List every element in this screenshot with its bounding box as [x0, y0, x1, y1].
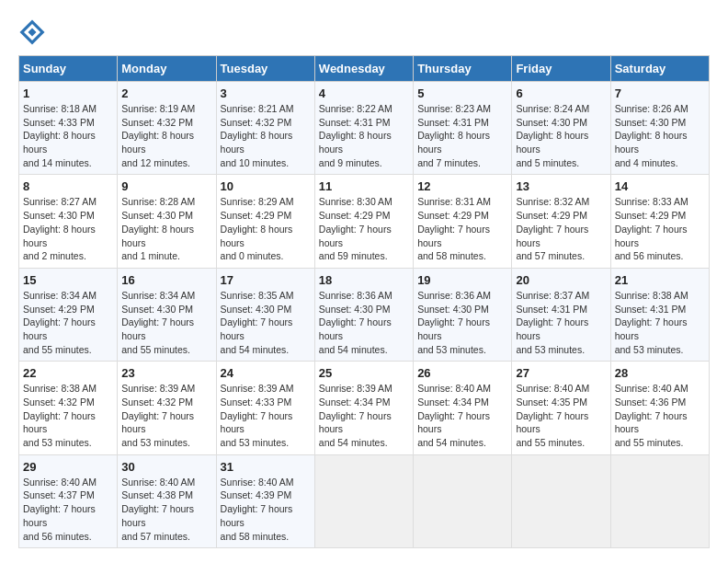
- day-number: 26: [417, 366, 507, 380]
- calendar-cell: [610, 454, 709, 547]
- calendar-cell: [414, 454, 512, 547]
- day-info: Sunrise: 8:22 AM Sunset: 4:31 PM Dayligh…: [319, 102, 409, 169]
- daylight-label: Daylight: 7 hours hours: [23, 316, 96, 341]
- calendar-cell: 11 Sunrise: 8:30 AM Sunset: 4:29 PM Dayl…: [314, 175, 413, 268]
- daylight-value: and 54 minutes.: [319, 344, 388, 355]
- daylight-label: Daylight: 8 hours hours: [615, 130, 688, 155]
- sunrise-label: Sunrise: 8:38 AM: [615, 290, 688, 301]
- calendar-cell: 27 Sunrise: 8:40 AM Sunset: 4:35 PM Dayl…: [512, 362, 610, 454]
- day-number: 9: [121, 179, 211, 193]
- sunset-label: Sunset: 4:30 PM: [516, 117, 587, 128]
- daylight-value: and 4 minutes.: [615, 157, 678, 168]
- day-number: 2: [121, 86, 211, 100]
- sunset-label: Sunset: 4:32 PM: [121, 117, 193, 128]
- daylight-label: Daylight: 8 hours hours: [221, 130, 293, 155]
- day-info: Sunrise: 8:37 AM Sunset: 4:31 PM Dayligh…: [516, 289, 606, 356]
- daylight-label: Daylight: 7 hours hours: [417, 316, 490, 341]
- sunrise-label: Sunrise: 8:21 AM: [221, 103, 294, 114]
- day-info: Sunrise: 8:23 AM Sunset: 4:31 PM Dayligh…: [417, 102, 507, 169]
- daylight-value: and 2 minutes.: [23, 250, 86, 261]
- sunset-label: Sunset: 4:32 PM: [121, 396, 193, 408]
- sunset-label: Sunset: 4:30 PM: [221, 304, 292, 315]
- calendar-body: 1 Sunrise: 8:18 AM Sunset: 4:33 PM Dayli…: [19, 82, 710, 548]
- weekday-header-friday: Friday: [512, 56, 610, 82]
- sunset-label: Sunset: 4:29 PM: [615, 210, 687, 221]
- day-info: Sunrise: 8:34 AM Sunset: 4:30 PM Dayligh…: [121, 289, 211, 356]
- sunset-label: Sunset: 4:29 PM: [319, 210, 391, 221]
- day-info: Sunrise: 8:31 AM Sunset: 4:29 PM Dayligh…: [417, 195, 507, 262]
- day-info: Sunrise: 8:27 AM Sunset: 4:30 PM Dayligh…: [23, 195, 113, 262]
- weekday-header-monday: Monday: [118, 56, 216, 82]
- day-number: 8: [23, 179, 113, 193]
- day-number: 29: [23, 460, 113, 474]
- calendar-cell: [512, 454, 610, 547]
- day-number: 14: [615, 179, 705, 193]
- day-number: 13: [516, 179, 606, 193]
- calendar-cell: 16 Sunrise: 8:34 AM Sunset: 4:30 PM Dayl…: [118, 268, 216, 361]
- sunset-label: Sunset: 4:31 PM: [319, 117, 391, 128]
- daylight-value: and 56 minutes.: [615, 250, 684, 261]
- day-info: Sunrise: 8:40 AM Sunset: 4:38 PM Dayligh…: [121, 476, 211, 543]
- daylight-value: and 5 minutes.: [516, 157, 579, 168]
- calendar-week-2: 8 Sunrise: 8:27 AM Sunset: 4:30 PM Dayli…: [19, 175, 710, 268]
- daylight-value: and 59 minutes.: [319, 250, 388, 261]
- daylight-label: Daylight: 8 hours hours: [121, 130, 194, 155]
- daylight-value: and 53 minutes.: [516, 344, 585, 355]
- calendar-cell: 29 Sunrise: 8:40 AM Sunset: 4:37 PM Dayl…: [19, 454, 118, 547]
- daylight-value: and 12 minutes.: [121, 157, 190, 168]
- daylight-value: and 54 minutes.: [319, 437, 388, 448]
- sunrise-label: Sunrise: 8:40 AM: [417, 383, 491, 394]
- weekday-header-thursday: Thursday: [414, 56, 512, 82]
- day-number: 20: [516, 273, 606, 287]
- sunrise-label: Sunrise: 8:28 AM: [121, 196, 195, 207]
- day-number: 24: [221, 366, 311, 380]
- calendar-cell: 6 Sunrise: 8:24 AM Sunset: 4:30 PM Dayli…: [512, 82, 610, 175]
- sunrise-label: Sunrise: 8:35 AM: [221, 290, 294, 301]
- daylight-label: Daylight: 7 hours hours: [221, 316, 293, 341]
- sunrise-label: Sunrise: 8:34 AM: [121, 290, 195, 301]
- daylight-value: and 9 minutes.: [319, 157, 382, 168]
- daylight-value: and 53 minutes.: [615, 344, 684, 355]
- sunrise-label: Sunrise: 8:40 AM: [615, 383, 688, 394]
- daylight-value: and 0 minutes.: [221, 250, 284, 261]
- logo-icon: [18, 18, 46, 46]
- sunrise-label: Sunrise: 8:32 AM: [516, 196, 589, 207]
- sunrise-label: Sunrise: 8:31 AM: [417, 196, 491, 207]
- daylight-label: Daylight: 7 hours hours: [121, 410, 194, 435]
- day-number: 21: [615, 273, 705, 287]
- daylight-label: Daylight: 7 hours hours: [319, 316, 392, 341]
- day-info: Sunrise: 8:34 AM Sunset: 4:29 PM Dayligh…: [23, 289, 113, 356]
- sunset-label: Sunset: 4:31 PM: [516, 304, 587, 315]
- day-info: Sunrise: 8:19 AM Sunset: 4:32 PM Dayligh…: [121, 102, 211, 169]
- day-number: 25: [319, 366, 409, 380]
- day-info: Sunrise: 8:38 AM Sunset: 4:31 PM Dayligh…: [615, 289, 705, 356]
- day-info: Sunrise: 8:36 AM Sunset: 4:30 PM Dayligh…: [319, 289, 409, 356]
- sunrise-label: Sunrise: 8:22 AM: [319, 103, 392, 114]
- calendar-header: SundayMondayTuesdayWednesdayThursdayFrid…: [19, 56, 710, 82]
- daylight-label: Daylight: 8 hours hours: [319, 130, 392, 155]
- calendar-cell: 10 Sunrise: 8:29 AM Sunset: 4:29 PM Dayl…: [216, 175, 314, 268]
- day-number: 10: [221, 179, 311, 193]
- daylight-value: and 14 minutes.: [23, 157, 92, 168]
- daylight-value: and 53 minutes.: [23, 437, 92, 448]
- sunrise-label: Sunrise: 8:39 AM: [221, 383, 294, 394]
- daylight-value: and 57 minutes.: [121, 531, 190, 542]
- sunset-label: Sunset: 4:33 PM: [221, 396, 292, 408]
- daylight-label: Daylight: 8 hours hours: [121, 224, 194, 248]
- weekday-header-wednesday: Wednesday: [314, 56, 413, 82]
- day-info: Sunrise: 8:32 AM Sunset: 4:29 PM Dayligh…: [516, 195, 606, 262]
- sunset-label: Sunset: 4:31 PM: [615, 304, 687, 315]
- sunset-label: Sunset: 4:34 PM: [417, 396, 489, 408]
- sunrise-label: Sunrise: 8:24 AM: [516, 103, 589, 114]
- sunrise-label: Sunrise: 8:33 AM: [615, 196, 688, 207]
- daylight-label: Daylight: 8 hours hours: [23, 224, 96, 248]
- day-info: Sunrise: 8:26 AM Sunset: 4:30 PM Dayligh…: [615, 102, 705, 169]
- sunrise-label: Sunrise: 8:23 AM: [417, 103, 491, 114]
- daylight-value: and 10 minutes.: [221, 157, 290, 168]
- day-info: Sunrise: 8:29 AM Sunset: 4:29 PM Dayligh…: [221, 195, 311, 262]
- daylight-label: Daylight: 7 hours hours: [23, 503, 96, 528]
- sunrise-label: Sunrise: 8:39 AM: [121, 383, 195, 394]
- calendar-week-1: 1 Sunrise: 8:18 AM Sunset: 4:33 PM Dayli…: [19, 82, 710, 175]
- logo: [18, 18, 50, 46]
- day-number: 5: [417, 86, 507, 100]
